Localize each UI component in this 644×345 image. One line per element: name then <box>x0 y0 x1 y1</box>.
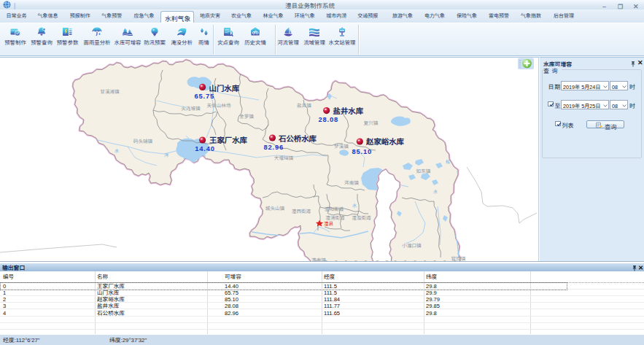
svg-text:28.08: 28.08 <box>319 115 338 123</box>
svg-text:金罗镇: 金罗镇 <box>239 112 254 120</box>
svg-text:王家厂水库: 王家厂水库 <box>209 134 248 145</box>
svg-text:澧西街道: 澧西街道 <box>292 207 311 214</box>
svg-text:水: 水 <box>433 188 438 195</box>
svg-text:盐井水库: 盐井水库 <box>333 105 364 116</box>
svg-text:水: 水 <box>115 147 120 154</box>
svg-text:涔: 涔 <box>164 152 168 158</box>
svg-text:天供山林场: 天供山林场 <box>207 101 231 109</box>
svg-text:松: 松 <box>446 158 450 165</box>
svg-text:14.40: 14.40 <box>195 144 214 152</box>
svg-text:火连坡镇: 火连坡镇 <box>181 104 201 112</box>
svg-text:85.10: 85.10 <box>352 147 372 155</box>
svg-text:水: 水 <box>352 202 357 209</box>
svg-text:65.75: 65.75 <box>195 92 214 100</box>
svg-text:小渡口镇: 小渡口镇 <box>402 241 422 249</box>
svg-text:澧澹街道: 澧澹街道 <box>352 214 371 221</box>
svg-text:盐井镇: 盐井镇 <box>297 101 311 109</box>
svg-text:如东镇: 如东镇 <box>416 167 431 174</box>
svg-text:甘溪滩镇: 甘溪滩镇 <box>100 88 120 95</box>
svg-text:大堰垱镇: 大堰垱镇 <box>274 154 294 161</box>
svg-text:码头铺镇: 码头铺镇 <box>133 137 153 144</box>
svg-text:82.96: 82.96 <box>264 143 284 151</box>
svg-text:复兴镇: 复兴镇 <box>364 119 379 126</box>
svg-text:澧阳街道: 澧阳街道 <box>325 205 344 212</box>
svg-text:梦溪镇: 梦溪镇 <box>334 142 349 150</box>
svg-text:赵家峪水库: 赵家峪水库 <box>365 136 405 147</box>
svg-text:城头山镇: 城头山镇 <box>265 204 285 212</box>
svg-text:涔南镇: 涔南镇 <box>344 179 359 186</box>
svg-text:澧县: 澧县 <box>324 220 334 227</box>
